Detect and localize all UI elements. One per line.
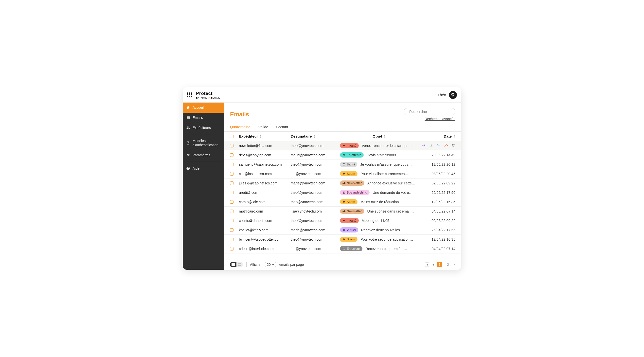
view-card-icon[interactable] [236,262,243,267]
search-input[interactable] [409,110,452,114]
pager-next[interactable]: ▸ [454,262,456,266]
svg-point-9 [344,229,344,231]
table-row[interactable]: newsletter@fica.com theo@ynovtech.com In… [224,141,461,150]
subject-cell: Spam Moins 80% de réduction… [340,199,418,204]
pager-first[interactable]: ◂ [425,262,429,267]
row-checkbox[interactable] [230,182,234,185]
brand: Protect BY MAILINBLACK [196,91,220,99]
sidebar-item-aide[interactable]: Aide [183,164,224,174]
subject-cell: Newsletter Annonce exclusive sur cette… [340,180,418,186]
recipient-cell: theo@ynovtech.com [291,162,338,166]
date-cell: 12/04/22 16:35 [421,238,456,241]
table-row[interactable]: samuel.p@cabinetscs.com theo@ynovtech.co… [224,160,461,169]
row-checkbox[interactable] [230,200,234,204]
column-recipient[interactable]: Destinataire▲▼ [291,134,338,138]
table-row[interactable]: mp@cairo.com lisa@ynovtech.com Newslette… [224,206,461,216]
row-checkbox[interactable] [230,191,234,194]
select-all-checkbox[interactable] [230,134,234,138]
table-row[interactable]: csa@institutcsa.com leo@ynovtech.com Spa… [224,169,461,178]
user-allow-icon[interactable] [437,143,440,148]
sidebar-item-emails[interactable]: Emails [183,113,224,123]
search-box[interactable] [404,108,456,116]
sidebar-item-parametres[interactable]: Paramètres [183,150,224,160]
subject-cell: En attente Devis n°52739003 [340,152,418,158]
table-row[interactable]: cam.o@.aix.com theo@ynovtech.com Spam Mo… [224,197,461,206]
tab-sortant[interactable]: Sortant [276,125,288,132]
row-checkbox[interactable] [230,153,234,157]
sidebar-item-label: Emails [192,116,203,120]
view-toggle[interactable] [230,262,243,267]
column-sender[interactable]: Expéditeur▲▼ [239,134,288,138]
table-row[interactable]: cdeus@interlude.com leo@ynovtech.com En … [224,244,461,254]
table-row[interactable]: clients@daneris.com theo@ynovtech.com In… [224,216,461,225]
sender-cell: newsletter@fica.com [239,144,288,148]
subject-cell: Infecté Meeting du 11/05 [340,218,418,223]
table-row[interactable]: jules.g@cabinetscs.com marie@ynovtech.co… [224,178,461,188]
release-icon[interactable] [422,143,426,148]
status-badge: Infecté [340,218,359,223]
row-checkbox[interactable] [230,210,234,213]
brand-subtitle: BY MAILINBLACK [196,96,220,99]
sidebar-item-label: Modèles d'authentification [192,139,221,147]
pager-page-2[interactable]: 2 [445,262,451,267]
view-list-icon[interactable] [230,262,236,267]
per-page-select[interactable]: 20 [265,262,276,267]
date-cell: 18/06/22 20:12 [421,162,456,166]
sender-cell: mp@cairo.com [239,209,288,213]
svg-rect-14 [238,264,241,266]
row-checkbox[interactable] [230,228,234,232]
table-footer: Afficher 20 emails par page ◂ ◂ 1 2 ▸ [224,259,461,267]
table-row[interactable]: aredi@.com theo@ynovtech.com Spearphishi… [224,188,461,197]
table-header: Expéditeur▲▼ Destinataire▲▼ Objet▲▼ Date… [224,132,461,141]
column-subject[interactable]: Objet▲▼ [340,134,418,138]
app-window: Protect BY MAILINBLACK Théo Accueil Emai… [183,87,461,270]
sender-cell: cam.o@.aix.com [239,200,288,204]
pager-page-1[interactable]: 1 [437,262,442,267]
sender-cell: kbellet@kitdiy.com [239,228,288,232]
date-cell: 08/06/22 20:45 [421,172,456,176]
sidebar-divider [186,162,221,162]
tab-quarantaine[interactable]: Quarantaine [230,125,250,132]
topbar: Protect BY MAILINBLACK Théo [183,87,461,102]
sender-cell: samuel.p@cabinetscs.com [239,162,288,166]
user-avatar[interactable] [449,91,457,99]
sidebar-item-label: Paramètres [192,153,210,157]
sender-cell: clients@daneris.com [239,219,288,223]
subject-cell: Spam Pour votre seconde application… [340,237,418,242]
svg-rect-12 [232,264,235,265]
subject-text: Recevez notre première… [366,247,407,251]
advanced-search-link[interactable]: Recherche avancée [424,117,456,121]
sidebar-item-accueil[interactable]: Accueil [183,102,224,113]
row-checkbox[interactable] [230,247,234,250]
sidebar-item-modeles[interactable]: Modèles d'authentification [183,136,224,150]
apps-grid-icon[interactable] [187,92,192,98]
subject-text: Recevez deux nouvelles… [361,228,404,232]
user-block-icon[interactable] [444,143,448,148]
table-row[interactable]: kbellet@kitdiy.com marie@ynovtech.com Vi… [224,225,461,235]
pager-prev[interactable]: ◂ [432,262,434,266]
status-badge: Banni [340,162,357,167]
download-icon[interactable] [429,143,433,148]
show-label: Afficher [250,262,262,266]
status-badge: Spearphishing [340,190,370,195]
row-checkbox[interactable] [230,163,234,166]
recipient-cell: leo@ynovtech.com [291,172,338,176]
delete-icon[interactable] [452,143,456,148]
row-checkbox[interactable] [230,144,234,148]
subject-cell: Virtuel Recevez deux nouvelles… [340,227,418,232]
row-checkbox[interactable] [230,238,234,241]
table-row[interactable]: devis@copytop.com maud@ynovtech.com En a… [224,150,461,160]
recipient-cell: theo@ynovtech.com [291,190,338,194]
status-badge: En attente [340,152,364,158]
row-checkbox[interactable] [230,172,234,176]
status-badge: Virtuel [340,227,358,232]
table-row[interactable]: bvincent@globetrotter.com theo@ynovtech.… [224,235,461,244]
column-date[interactable]: Date▲▼ [421,134,456,138]
date-cell: 04/04/22 07:14 [421,247,456,251]
row-actions [421,143,456,148]
sidebar-item-expediteurs[interactable]: Expéditeurs [183,123,224,133]
tab-valide[interactable]: Valide [258,125,268,132]
sidebar-divider [186,134,221,134]
row-checkbox[interactable] [230,219,234,222]
user-name: Théo [438,93,446,97]
